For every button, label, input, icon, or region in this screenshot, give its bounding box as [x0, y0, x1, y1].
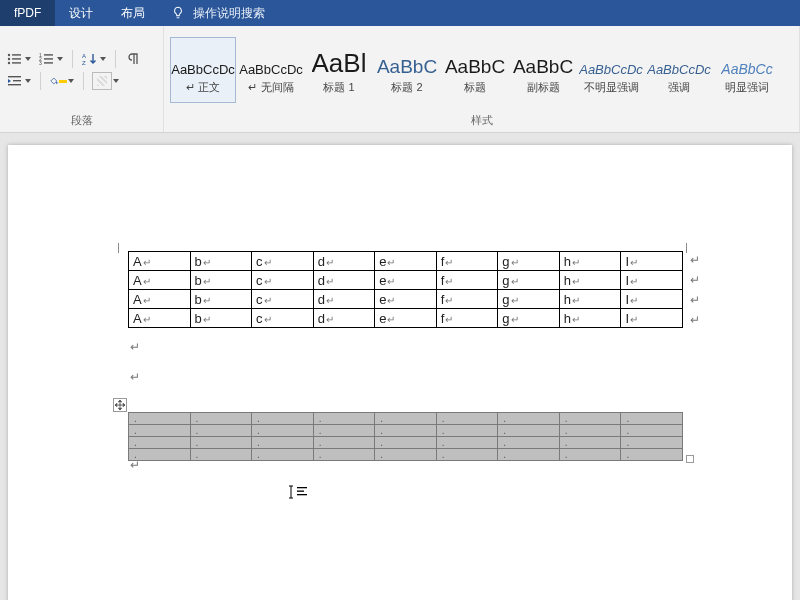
table-cell[interactable]: . [313, 425, 375, 437]
table-cell[interactable]: . [559, 449, 621, 461]
table-cell[interactable]: h↵ [559, 271, 621, 290]
table-cell[interactable]: e↵ [375, 290, 437, 309]
table-cell[interactable]: . [498, 437, 560, 449]
table-cell[interactable]: d↵ [313, 252, 375, 271]
style-item-5[interactable]: AaBbC副标题 [510, 37, 576, 103]
table-cell[interactable]: . [498, 425, 560, 437]
table-cell[interactable]: . [375, 425, 437, 437]
table-cell[interactable]: . [252, 413, 314, 425]
table-cell[interactable]: . [621, 413, 683, 425]
table-cell[interactable]: . [252, 425, 314, 437]
table-cell[interactable]: . [559, 425, 621, 437]
table-cell[interactable]: . [190, 413, 252, 425]
table-cell[interactable]: . [621, 425, 683, 437]
table-cell[interactable]: I↵ [621, 290, 683, 309]
bullets-button[interactable] [6, 51, 32, 67]
table-cell[interactable]: . [129, 413, 191, 425]
style-item-3[interactable]: AaBbC标题 2 [374, 37, 440, 103]
style-item-2[interactable]: AaBl标题 1 [306, 37, 372, 103]
table-cell[interactable]: b↵ [190, 309, 252, 328]
table-cell[interactable]: d↵ [313, 271, 375, 290]
tab-design[interactable]: 设计 [55, 0, 107, 26]
sort-button[interactable]: AZ [81, 51, 107, 67]
table-cell[interactable]: . [190, 425, 252, 437]
table-cell[interactable]: . [559, 437, 621, 449]
table-cell[interactable]: e↵ [375, 309, 437, 328]
table-cell[interactable]: g↵ [498, 271, 560, 290]
table-cell[interactable]: b↵ [190, 252, 252, 271]
table-cell[interactable]: . [498, 413, 560, 425]
table-cell[interactable]: g↵ [498, 290, 560, 309]
style-item-7[interactable]: AaBbCcDc强调 [646, 37, 712, 103]
table-cell[interactable]: c↵ [252, 252, 314, 271]
table-cell[interactable]: A↵ [129, 290, 191, 309]
table-cell[interactable]: b↵ [190, 271, 252, 290]
table-cell[interactable]: A↵ [129, 252, 191, 271]
table-cell[interactable]: I↵ [621, 309, 683, 328]
chevron-down-icon [112, 73, 120, 89]
style-item-0[interactable]: AaBbCcDc↵ 正文 [170, 37, 236, 103]
table-cell[interactable]: A↵ [129, 309, 191, 328]
table-cell[interactable]: . [375, 413, 437, 425]
svg-text:Z: Z [82, 60, 86, 66]
table-cell[interactable]: g↵ [498, 309, 560, 328]
tell-me-search[interactable]: 操作说明搜索 [169, 0, 265, 26]
table-cell[interactable]: I↵ [621, 271, 683, 290]
table-cell[interactable]: f↵ [436, 271, 498, 290]
tab-layout[interactable]: 布局 [107, 0, 159, 26]
table-cell[interactable]: b↵ [190, 290, 252, 309]
style-item-8[interactable]: AaBbCc明显强词 [714, 37, 780, 103]
table-resize-handle[interactable] [686, 455, 694, 463]
document-table-2[interactable]: .................................... [128, 412, 683, 461]
table-cell[interactable]: e↵ [375, 271, 437, 290]
table-cell[interactable]: h↵ [559, 290, 621, 309]
table-cell[interactable]: h↵ [559, 309, 621, 328]
table-cell[interactable]: f↵ [436, 309, 498, 328]
table-cell[interactable]: c↵ [252, 271, 314, 290]
table-cell[interactable]: . [313, 413, 375, 425]
show-marks-button[interactable] [124, 51, 142, 67]
table-cell[interactable]: . [621, 449, 683, 461]
table-cell[interactable]: . [621, 437, 683, 449]
document-table-1[interactable]: A↵b↵c↵d↵e↵f↵g↵h↵I↵A↵b↵c↵d↵e↵f↵g↵h↵I↵A↵b↵… [128, 251, 683, 328]
table-cell[interactable]: . [252, 449, 314, 461]
table-cell[interactable]: . [129, 437, 191, 449]
table-cell[interactable]: f↵ [436, 252, 498, 271]
table-cell[interactable]: . [313, 437, 375, 449]
table-cell[interactable]: . [252, 437, 314, 449]
table-cell[interactable]: d↵ [313, 309, 375, 328]
table-cell[interactable]: . [129, 425, 191, 437]
shading-button[interactable] [49, 73, 75, 89]
style-item-6[interactable]: AaBbCcDc不明显强调 [578, 37, 644, 103]
svg-rect-11 [44, 62, 53, 63]
table-cell[interactable]: . [559, 413, 621, 425]
table-move-handle[interactable] [113, 398, 127, 412]
borders-button[interactable] [92, 72, 120, 90]
table-cell[interactable]: c↵ [252, 309, 314, 328]
table-cell[interactable]: . [190, 449, 252, 461]
table-cell[interactable]: . [313, 449, 375, 461]
page[interactable]: A↵b↵c↵d↵e↵f↵g↵h↵I↵A↵b↵c↵d↵e↵f↵g↵h↵I↵A↵b↵… [8, 145, 792, 600]
table-cell[interactable]: I↵ [621, 252, 683, 271]
table-cell[interactable]: d↵ [313, 290, 375, 309]
table-cell[interactable]: . [436, 449, 498, 461]
indent-button[interactable] [6, 73, 32, 89]
table-cell[interactable]: A↵ [129, 271, 191, 290]
table-cell[interactable]: h↵ [559, 252, 621, 271]
tab-pdf[interactable]: fPDF [0, 0, 55, 26]
table-cell[interactable]: c↵ [252, 290, 314, 309]
table-cell[interactable]: f↵ [436, 290, 498, 309]
table-cell[interactable]: . [375, 449, 437, 461]
style-item-1[interactable]: AaBbCcDc↵ 无间隔 [238, 37, 304, 103]
table-cell[interactable]: . [436, 425, 498, 437]
style-item-4[interactable]: AaBbC标题 [442, 37, 508, 103]
table-cell[interactable]: . [498, 449, 560, 461]
numbering-button[interactable]: 123 [38, 51, 64, 67]
table-cell[interactable]: e↵ [375, 252, 437, 271]
table-cell[interactable]: . [190, 437, 252, 449]
table-cell[interactable]: . [436, 413, 498, 425]
table-cell[interactable]: . [375, 437, 437, 449]
styles-gallery[interactable]: AaBbCcDc↵ 正文AaBbCcDc↵ 无间隔AaBl标题 1AaBbC标题… [170, 37, 793, 103]
table-cell[interactable]: g↵ [498, 252, 560, 271]
table-cell[interactable]: . [436, 437, 498, 449]
